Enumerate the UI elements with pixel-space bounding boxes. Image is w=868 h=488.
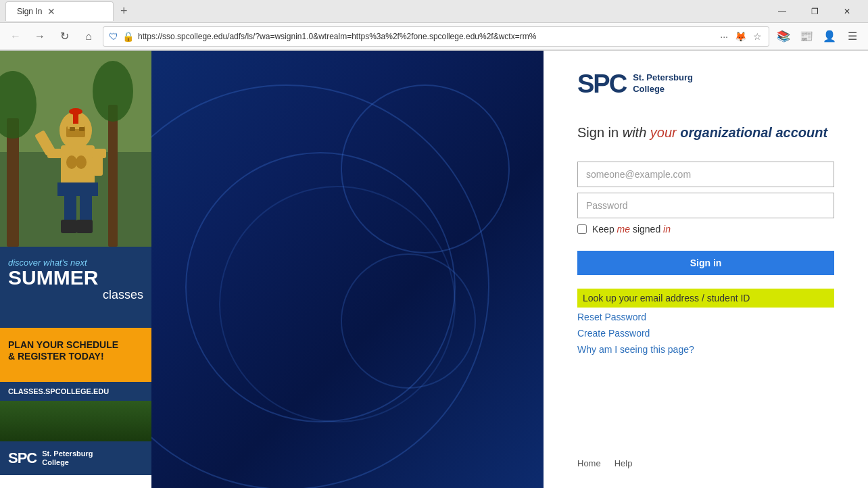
bottom-logo-section: SPC St. Petersburg College: [0, 441, 151, 475]
reader-view-icon[interactable]: 📰: [796, 26, 817, 47]
password-input[interactable]: [577, 193, 834, 218]
restore-button[interactable]: ❐: [799, 0, 830, 23]
classes-link-section: CLASSES.SPCOLLEGE.EDU: [0, 382, 151, 401]
keep-word: Keep: [592, 224, 617, 235]
svg-rect-17: [93, 149, 103, 176]
bookmark-icon[interactable]: ☆: [752, 30, 763, 43]
more-icon[interactable]: ···: [719, 30, 729, 43]
svg-point-20: [69, 108, 82, 115]
reset-password-link[interactable]: Reset Password: [577, 310, 834, 324]
me-word: me: [617, 224, 630, 235]
browser-tab[interactable]: Sign In ✕: [5, 1, 114, 21]
home-button[interactable]: ⌂: [78, 26, 99, 47]
classes-link-text: CLASSES.SPCOLLEGE.EDU: [8, 387, 143, 395]
decoration-circle-5: [341, 253, 476, 389]
signin-heading: Sign in with your organizational account: [577, 124, 834, 141]
svg-rect-4: [108, 105, 118, 247]
classes-text: classes: [8, 288, 143, 302]
account-word: account: [775, 125, 827, 140]
register-text: & REGISTER TODAY!: [8, 351, 143, 362]
svg-rect-9: [76, 220, 93, 233]
new-tab-button[interactable]: +: [114, 0, 135, 22]
svg-point-12: [76, 155, 87, 169]
links-section: Look up your email address / student ID …: [577, 289, 834, 356]
logo-section: SPC St. Petersburg College: [577, 71, 834, 97]
footer: Home Help: [577, 431, 834, 468]
mascot-illustration: [0, 51, 151, 247]
plan-text: PLAN YOUR SCHEDULE: [8, 339, 143, 351]
minimize-button[interactable]: —: [767, 0, 798, 23]
spc-logo: SPC: [577, 71, 626, 97]
bottom-spc-logo: SPC: [8, 449, 37, 467]
refresh-button[interactable]: ↻: [54, 26, 74, 47]
mascot-section: [0, 51, 151, 247]
email-input[interactable]: [577, 162, 834, 187]
security-icon: 🛡: [109, 31, 118, 42]
svg-rect-8: [61, 220, 77, 233]
left-panel: discover what's next SUMMER classes PLAN…: [0, 51, 151, 488]
signin-button[interactable]: Sign in: [577, 251, 834, 275]
lock-icon: 🔒: [122, 31, 134, 42]
tree-section: [0, 401, 151, 441]
back-button[interactable]: ←: [5, 26, 26, 47]
bottom-college-name: St. Petersburg College: [42, 449, 93, 467]
reading-list-icon[interactable]: 📚: [773, 26, 794, 47]
menu-icon[interactable]: ☰: [842, 26, 863, 47]
nav-bar: ← → ↻ ⌂ 🛡 🔒 https://sso.spcollege.edu/ad…: [0, 23, 868, 50]
keep-signed-label: Keep me signed in: [592, 224, 671, 235]
pocket-icon[interactable]: 🦊: [733, 30, 748, 43]
signin-word: Sign in: [577, 125, 623, 140]
browser-chrome: Sign In ✕ + — ❐ ✕ ← → ↻ ⌂ 🛡 🔒 https://ss…: [0, 0, 868, 51]
keep-signed-checkbox[interactable]: [577, 224, 587, 234]
footer-help-link[interactable]: Help: [614, 458, 633, 468]
your-word: your: [650, 125, 680, 140]
svg-point-5: [93, 61, 133, 122]
lookup-link[interactable]: Look up your email address / student ID: [577, 289, 834, 308]
login-panel: SPC St. Petersburg College Sign in with …: [544, 51, 868, 488]
svg-point-11: [66, 155, 77, 169]
keep-signed-row: Keep me signed in: [577, 224, 834, 235]
summer-text: SUMMER: [8, 268, 143, 288]
page-layout: discover what's next SUMMER classes PLAN…: [0, 51, 868, 488]
plan-section: PLAN YOUR SCHEDULE & REGISTER TODAY!: [0, 328, 151, 382]
discover-section: discover what's next SUMMER classes: [0, 247, 151, 328]
svg-rect-23: [70, 127, 75, 131]
svg-rect-13: [57, 182, 98, 196]
tab-title: Sign In: [17, 7, 42, 16]
footer-home-link[interactable]: Home: [577, 458, 601, 468]
title-bar: Sign In ✕ + — ❐ ✕: [0, 0, 868, 23]
signed-word: signed: [633, 224, 663, 235]
account-icon[interactable]: 👤: [819, 26, 840, 47]
college-name: St. Petersburg College: [633, 72, 693, 95]
in-word: in: [663, 224, 671, 235]
address-bar-icons: ··· 🦊 ☆: [719, 30, 763, 43]
create-password-link[interactable]: Create Password: [577, 326, 834, 340]
address-bar[interactable]: 🛡 🔒 https://sso.spcollege.edu/adfs/ls/?w…: [103, 26, 769, 47]
close-button[interactable]: ✕: [831, 0, 863, 23]
forward-button[interactable]: →: [30, 26, 50, 47]
window-controls: — ❐ ✕: [767, 0, 863, 23]
why-link[interactable]: Why am I seeing this page?: [577, 343, 834, 356]
organizational-word: organizational: [680, 125, 775, 140]
center-panel: [151, 51, 544, 488]
url-text: https://sso.spcollege.edu/adfs/ls/?wa=ws…: [138, 32, 715, 41]
with-word: with: [623, 125, 650, 140]
tab-close-icon[interactable]: ✕: [47, 6, 55, 17]
svg-rect-24: [79, 127, 85, 131]
toolbar-icons: 📚 📰 👤 ☰: [773, 26, 863, 47]
